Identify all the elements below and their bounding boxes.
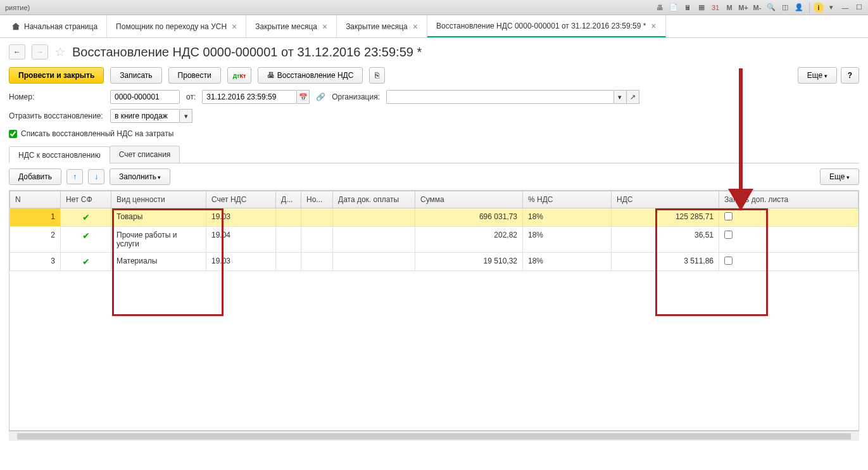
cell-d [276,253,301,271]
cell-nosf[interactable]: ✔ [61,253,111,271]
scale-mplus-icon[interactable]: M+ [737,2,750,13]
cell-paydate [333,208,415,227]
col-sum[interactable]: Сумма [415,191,523,208]
print-icon[interactable]: 🖶 [653,2,666,13]
cell-n: 2 [10,227,61,253]
inner-tab-vat[interactable]: НДС к восстановлению [9,146,110,163]
print-button[interactable]: 🖶 Восстановление НДС [258,67,363,84]
number-label: Номер: [9,92,104,101]
cell-account: 19.03 [206,253,276,271]
cell-d [276,208,301,227]
col-account[interactable]: Счет НДС [206,191,276,208]
table-row[interactable]: 1✔Товары19.03696 031,7318%125 285,71 [10,208,859,227]
close-icon[interactable]: × [413,22,418,32]
date-input[interactable] [202,90,297,104]
user-icon[interactable]: 👤 [793,2,805,13]
col-extra[interactable]: Запись доп. листа [719,191,859,208]
more-button[interactable]: Еще [798,67,837,84]
info-icon[interactable]: i [814,3,824,13]
col-type[interactable]: Вид ценности [111,191,206,208]
cell-nds: 3 511,86 [612,253,719,271]
move-up-button[interactable]: ↑ [66,169,83,184]
move-down-button[interactable]: ↓ [88,169,104,184]
form-row-reflect: Отразить восстановление: ▾ [0,106,868,125]
org-dropdown-icon[interactable]: ▾ [614,90,627,104]
system-toolbar: риятие) 🖶 📄 🖩 ▦ 31 M M+ M- 🔍 ◫ 👤 i ▾ — ☐ [0,0,868,15]
save-button[interactable]: Записать [110,67,161,84]
org-open-icon[interactable]: ↗ [627,90,639,104]
zoom-icon[interactable]: 🔍 [765,2,777,13]
date-label: от: [186,92,196,101]
tab-label: Восстановление НДС 0000-000001 от 31.12.… [436,22,646,30]
cell-type: Материалы [111,253,206,271]
cell-nosf[interactable]: ✔ [61,208,111,227]
structure-button[interactable]: ⎘ [369,67,385,84]
cell-extra[interactable] [719,253,859,271]
back-button[interactable]: ← [9,44,25,60]
tab-label: Закрытие месяца [255,22,317,31]
calendar-picker-icon[interactable]: 📅 [297,90,310,104]
scale-mminus-icon[interactable]: M- [751,2,764,13]
maximize-icon[interactable]: ☐ [853,2,865,13]
cell-sum: 696 031,73 [415,208,523,227]
table-more-button[interactable]: Еще [820,168,859,185]
cell-sum: 19 510,32 [415,253,523,271]
inner-tab-account[interactable]: Счет списания [110,146,180,163]
close-icon[interactable]: × [232,22,237,32]
submit-close-button[interactable]: Провести и закрыть [9,67,104,84]
close-icon[interactable]: × [651,21,656,31]
col-nosf[interactable]: Нет СФ [61,191,111,208]
fill-button[interactable]: Заполнить [110,168,170,185]
tab-vat-restore[interactable]: Восстановление НДС 0000-000001 от 31.12.… [427,15,666,37]
tab-usn[interactable]: Помощник по переходу на УСН × [107,15,246,37]
reflect-dropdown-icon[interactable]: ▾ [180,109,192,123]
forward-button[interactable]: → [32,44,48,60]
cell-nosf[interactable]: ✔ [61,227,111,253]
panes-icon[interactable]: ◫ [779,2,791,13]
form-row-number: Номер: от: 📅 🔗 Организация: ▾ ↗ [0,87,868,106]
cell-no [301,253,333,271]
cell-no [301,227,333,253]
minimize-icon[interactable]: — [839,2,852,13]
col-pct[interactable]: % НДС [523,191,612,208]
col-no[interactable]: Но... [301,191,333,208]
close-icon[interactable]: × [322,22,327,32]
help-button[interactable]: ? [841,67,859,84]
dtkt-button[interactable]: ДтКт [227,67,252,84]
cell-nds: 125 285,71 [612,208,719,227]
number-input[interactable] [110,90,180,104]
cell-sum: 202,82 [415,227,523,253]
cell-pct: 18% [523,227,612,253]
col-nds[interactable]: НДС [612,191,719,208]
link-icon[interactable]: 🔗 [316,92,325,101]
calc-icon[interactable]: 🖩 [681,2,694,13]
grid-icon[interactable]: ▦ [695,2,708,13]
cell-nds: 36,51 [612,227,719,253]
cell-extra[interactable] [719,227,859,253]
col-paydate[interactable]: Дата док. оплаты [333,191,415,208]
col-n[interactable]: N [10,191,61,208]
table-row[interactable]: 2✔Прочие работы и услуги19.04202,8218%36… [10,227,859,253]
cell-account: 19.03 [206,208,276,227]
cell-no [301,208,333,227]
home-tab[interactable]: Начальная страница [3,15,107,37]
print-label: Восстановление НДС [277,71,354,80]
favorite-icon[interactable]: ☆ [54,44,66,60]
calendar-icon[interactable]: 31 [709,2,722,13]
tab-close-month-1[interactable]: Закрытие месяца × [246,15,337,37]
add-row-button[interactable]: Добавить [9,168,61,185]
doc-icon[interactable]: 📄 [667,2,680,13]
post-button[interactable]: Провести [168,67,221,84]
col-d[interactable]: Д... [276,191,301,208]
horizontal-scrollbar[interactable] [9,431,859,441]
cell-extra[interactable] [719,208,859,227]
table-row[interactable]: 3✔Материалы19.0319 510,3218%3 511,86 [10,253,859,271]
page-header: ← → ☆ Восстановление НДС 0000-000001 от … [0,38,868,63]
dropdown-icon[interactable]: ▾ [825,2,838,13]
reflect-select[interactable] [110,109,180,123]
tab-close-month-2[interactable]: Закрытие месяца × [337,15,427,37]
writeoff-checkbox[interactable] [9,130,17,138]
org-input[interactable] [386,90,614,104]
scale-m-icon[interactable]: M [723,2,736,13]
tab-label: Закрытие месяца [346,22,408,31]
